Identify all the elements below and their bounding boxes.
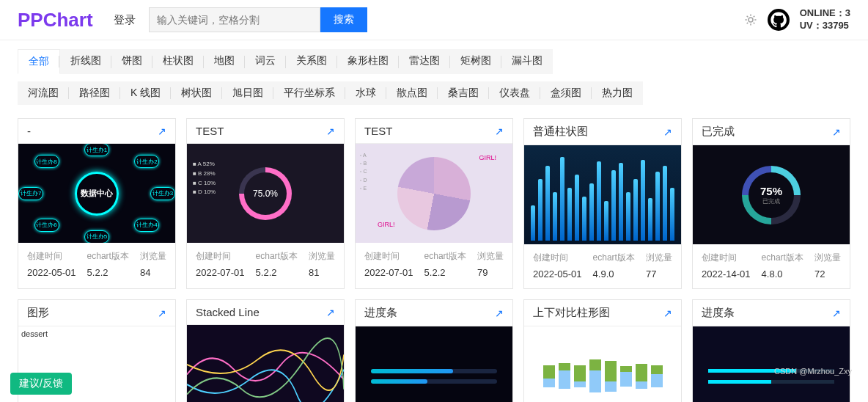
tab-路径图[interactable]: 路径图 [69,81,120,105]
meta-version-value: 4.9.0 [593,268,635,279]
meta-version-label: echart版本 [256,250,298,263]
tab-雷达图[interactable]: 雷达图 [399,49,450,74]
tab-树状图[interactable]: 树状图 [171,81,222,105]
tab-平行坐标系[interactable]: 平行坐标系 [273,81,345,105]
login-link[interactable]: 登录 [114,13,136,27]
tab-漏斗图[interactable]: 漏斗图 [501,49,553,74]
meta-views-value: 79 [477,267,504,278]
chart-card[interactable]: 普通柱状图 ↗ 创建时间2022-05-01 echart版本4.9.0 浏览量… [523,118,682,289]
meta-created-value: 2022-07-01 [364,267,413,278]
card-title: 普通柱状图 [533,125,588,139]
tab-全部[interactable]: 全部 [18,49,60,74]
tab-词云[interactable]: 词云 [245,49,286,74]
chart-card[interactable]: - ↗ 数据中心计生办1计生办2计生办3计生办4计生办5计生办6计生办7计生办8… [18,118,176,289]
chart-card[interactable]: Stacked Line ↗ [186,299,345,402]
svg-line-6 [753,23,754,24]
meta-views-label: 浏览量 [140,250,166,263]
tab-水球[interactable]: 水球 [345,81,386,105]
share-icon[interactable]: ↗ [495,307,504,319]
card-title: TEST [364,125,392,137]
meta-views-value: 72 [814,268,841,279]
chart-card[interactable]: TEST ↗ ◦ A◦ B◦ C◦ D◦ EGIRL!GIRL! 创建时间202… [355,118,513,289]
tab-桑吉图[interactable]: 桑吉图 [438,81,489,105]
card-head: 进度条 ↗ [356,300,512,326]
card-title: 图形 [27,306,49,320]
search-button[interactable]: 搜索 [320,7,367,32]
card-meta: 创建时间2022-05-01 echart版本5.2.2 浏览量84 [18,243,175,287]
meta-views-label: 浏览量 [309,250,335,263]
meta-version-label: echart版本 [593,252,635,264]
chart-card[interactable]: TEST ↗ ■ A 52%■ B 28%■ C 10%■ D 10%75.0%… [186,118,345,289]
tab-折线图[interactable]: 折线图 [60,49,111,74]
card-meta: 创建时间2022-05-01 echart版本4.9.0 浏览量77 [524,244,681,288]
meta-created-label: 创建时间 [196,250,245,263]
meta-views-value: 84 [140,267,166,278]
share-icon[interactable]: ↗ [832,126,841,138]
tab-象形柱图[interactable]: 象形柱图 [337,49,399,74]
chart-card[interactable]: 进度条 ↗ [692,299,850,402]
card-grid: - ↗ 数据中心计生办1计生办2计生办3计生办4计生办5计生办6计生办7计生办8… [0,112,868,402]
tab-盒须图[interactable]: 盒须图 [540,81,592,105]
share-icon[interactable]: ↗ [832,307,841,319]
chart-card[interactable]: 进度条 ↗ [355,299,513,402]
share-icon[interactable]: ↗ [663,126,672,138]
meta-version-label: echart版本 [762,252,803,264]
meta-views-value: 77 [646,268,672,279]
meta-version-label: echart版本 [424,250,466,263]
tab-旭日图[interactable]: 旭日图 [222,81,273,105]
card-head: 上下对比柱形图 ↗ [524,300,681,326]
meta-created-label: 创建时间 [533,252,582,264]
card-title: 上下对比柱形图 [533,306,610,320]
svg-line-7 [746,23,748,24]
share-icon[interactable]: ↗ [326,307,335,318]
tab-河流图[interactable]: 河流图 [18,81,69,105]
meta-created-label: 创建时间 [702,252,751,264]
card-head: TEST ↗ [187,119,344,144]
share-icon[interactable]: ↗ [158,125,166,137]
tab-矩树图[interactable]: 矩树图 [450,49,501,74]
search-input[interactable] [149,7,320,32]
share-icon[interactable]: ↗ [158,307,166,319]
meta-version-value: 5.2.2 [424,267,466,278]
tab-散点图[interactable]: 散点图 [386,81,438,105]
github-icon[interactable] [768,9,790,31]
meta-created-value: 2022-05-01 [533,268,582,279]
tab-关系图[interactable]: 关系图 [286,49,337,74]
card-head: 进度条 ↗ [693,300,850,326]
tab-row-2: 河流图路径图K 线图树状图旭日图平行坐标系水球散点图桑吉图仪表盘盒须图热力图 [18,81,850,105]
meta-version-value: 5.2.2 [256,267,298,278]
meta-created-label: 创建时间 [364,250,413,263]
meta-views-label: 浏览量 [814,252,841,264]
tabs-wrap: 全部折线图饼图柱状图地图词云关系图象形柱图雷达图矩树图漏斗图 河流图路径图K 线… [0,40,868,105]
logo[interactable]: PPChart [18,9,93,32]
share-icon[interactable]: ↗ [326,125,335,137]
tab-柱状图[interactable]: 柱状图 [152,49,204,74]
tab-仪表盘[interactable]: 仪表盘 [489,81,540,105]
theme-icon[interactable] [744,13,757,26]
share-icon[interactable]: ↗ [495,125,504,137]
chart-card[interactable]: 上下对比柱形图 ↗ [523,299,682,402]
uv-value: 33795 [823,20,849,31]
stats: ONLINE：3 UV：33795 [800,7,850,32]
meta-created-label: 创建时间 [27,250,76,263]
feedback-button[interactable]: 建议/反馈 [10,373,72,395]
chart-card[interactable]: 已完成 ↗ 75%已完成 创建时间2022-14-01 echart版本4.8.… [692,118,850,289]
online-value: 3 [845,7,850,18]
meta-version-label: echart版本 [87,250,129,263]
svg-point-0 [749,18,753,22]
meta-views-label: 浏览量 [477,250,504,263]
card-title: Stacked Line [196,306,260,318]
card-head: Stacked Line ↗ [187,300,344,325]
tab-row-1: 全部折线图饼图柱状图地图词云关系图象形柱图雷达图矩树图漏斗图 [18,49,850,74]
svg-line-5 [746,16,748,18]
meta-version-value: 4.8.0 [762,268,803,279]
tab-K 线图[interactable]: K 线图 [120,81,171,105]
tab-热力图[interactable]: 热力图 [592,81,643,105]
card-meta: 创建时间2022-14-01 echart版本4.8.0 浏览量72 [693,244,850,288]
tab-地图[interactable]: 地图 [204,49,245,74]
card-title: TEST [196,125,224,137]
share-icon[interactable]: ↗ [663,307,672,319]
tab-饼图[interactable]: 饼图 [111,49,152,74]
meta-created-value: 2022-05-01 [27,267,76,278]
header: PPChart 登录 搜索 ONLINE：3 UV：33795 [0,0,868,40]
